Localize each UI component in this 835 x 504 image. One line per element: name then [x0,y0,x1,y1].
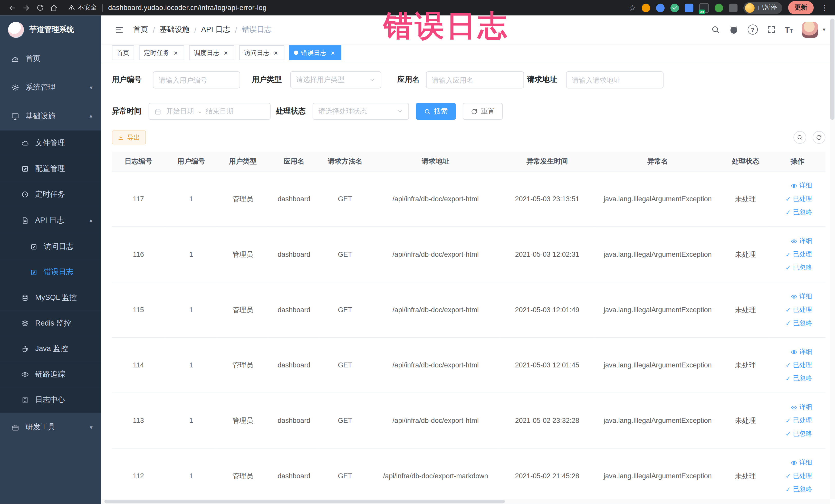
browser-menu-icon[interactable]: ⋮ [820,3,830,12]
sidebar-item-api-log[interactable]: API 日志 ▾ [0,207,101,234]
sidebar-item-config-manage[interactable]: 配置管理 [0,156,101,182]
tab-close-icon[interactable]: × [172,49,179,56]
user-id-input[interactable] [153,72,240,88]
sidebar-toggle-button[interactable] [115,25,124,34]
check-icon: ✓ [786,362,791,369]
sidebar-item-redis-monitor[interactable]: Redis 监控 [0,310,101,336]
search-button[interactable]: 搜索 [416,103,456,120]
toggle-search-button[interactable] [793,131,806,144]
exception-time-range-picker[interactable]: 开始日期 - 结束日期 [149,103,270,120]
browser-reload-icon[interactable] [33,1,47,15]
address-bar[interactable]: dashboard.yudao.iocoder.cn/infra/log/api… [108,4,266,12]
cell-user-type: 管理员 [217,227,268,282]
reset-button[interactable]: 重置 [463,103,503,120]
edit-icon [30,243,37,250]
browser-back-icon[interactable] [5,1,19,15]
app-logo[interactable]: 芋道管理系统 [0,15,101,44]
sidebar-item-scheduled-jobs[interactable]: 定时任务 [0,182,101,207]
sidebar-item-trace[interactable]: 链路追踪 [0,362,101,387]
cell-log-id: 117 [112,171,165,227]
tab-close-icon[interactable]: × [272,49,280,56]
detail-link[interactable]: 详细 [770,235,825,248]
github-icon[interactable] [729,25,738,34]
user-type-select[interactable]: 请选择用户类型 [290,72,382,88]
table-toolbar: 导出 [112,130,826,144]
sidebar-item-dev-tools[interactable]: 研发工具 ▾ [0,413,101,442]
detail-link[interactable]: 详细 [770,401,825,414]
extension-icon-3[interactable] [670,3,679,12]
site-security[interactable]: 不安全 [68,3,97,12]
mark-ignored-link[interactable]: ✓已忽略 [770,427,825,441]
user-avatar[interactable] [802,22,818,38]
avatar-caret-icon[interactable]: ▾ [823,27,825,33]
refresh-table-button[interactable] [813,131,826,144]
process-status-select[interactable]: 请选择处理状态 [313,103,409,120]
mark-ignored-link[interactable]: ✓已忽略 [770,316,825,330]
vertical-scrollbar[interactable] [830,15,835,499]
sidebar-item-file-manage[interactable]: 文件管理 [0,130,101,156]
sidebar-item-mysql-monitor[interactable]: MySQL 监控 [0,285,101,311]
user-id-label: 用户编号 [112,75,142,85]
breadcrumb-item-current: 错误日志 [242,25,271,34]
fullscreen-icon[interactable] [767,25,776,34]
tab-close-icon[interactable]: × [222,49,229,56]
help-icon[interactable]: ? [748,24,757,35]
breadcrumb-item[interactable]: 首页 [133,25,148,34]
breadcrumb-item[interactable]: 基础设施 [160,25,189,34]
sidebar-item-error-log[interactable]: 错误日志 [0,259,101,285]
sidebar-item-home[interactable]: 首页 [0,44,101,73]
tab-home[interactable]: 首页 [112,45,134,60]
detail-link[interactable]: 详细 [770,179,825,192]
search-icon[interactable] [711,25,720,34]
extension-icon-6[interactable] [715,3,723,12]
font-size-icon[interactable]: TT [785,25,793,34]
tab-error-log[interactable]: 错误日志 × [289,45,341,60]
sidebar-item-access-log[interactable]: 访问日志 [0,234,101,260]
app-frame: 芋道管理系统 首页 系统管理 ▾ 基础设施 ▾ 文件管理 [0,15,835,504]
breadcrumb-item[interactable]: API 日志 [201,25,230,34]
mark-processed-link[interactable]: ✓已处理 [770,414,825,427]
tab-scheduled-jobs[interactable]: 定时任务 × [139,45,184,60]
active-dot [294,51,298,55]
browser-toolbar: 不安全 dashboard.yudao.iocoder.cn/infra/log… [0,0,835,15]
scrollbar-thumb[interactable] [104,500,505,503]
mark-ignored-link[interactable]: ✓已忽略 [770,372,825,385]
scrollbar-thumb[interactable] [830,19,834,120]
extension-icon-5[interactable]: on [699,3,709,12]
extension-icon-2[interactable] [656,3,665,12]
tab-access-log[interactable]: 访问日志 × [239,45,284,60]
cell-user-id: 1 [165,393,217,448]
sidebar-item-log-center[interactable]: 日志中心 [0,387,101,413]
mark-ignored-link[interactable]: ✓已忽略 [770,261,825,275]
request-url-input[interactable] [566,72,664,88]
sidebar-item-label: Redis 监控 [35,319,71,328]
horizontal-scrollbar[interactable] [101,499,830,504]
extension-icon-4[interactable] [685,3,693,12]
export-button[interactable]: 导出 [112,130,146,144]
app-name-input[interactable] [426,72,524,88]
detail-link[interactable]: 详细 [770,290,825,303]
bookmark-star-icon[interactable]: ☆ [629,3,636,12]
mark-processed-link[interactable]: ✓已处理 [770,358,825,372]
mark-processed-link[interactable]: ✓已处理 [770,469,825,483]
mark-processed-link[interactable]: ✓已处理 [770,303,825,316]
mark-ignored-link[interactable]: ✓已忽略 [770,483,825,496]
mark-processed-link[interactable]: ✓已处理 [770,192,825,206]
browser-home-icon[interactable] [47,1,61,15]
sidebar-item-infra[interactable]: 基础设施 ▾ [0,102,101,130]
mark-processed-link[interactable]: ✓已处理 [770,248,825,261]
browser-update-button[interactable]: 更新 [788,1,814,14]
sidebar-item-java-monitor[interactable]: Java 监控 [0,336,101,362]
extension-icon-1[interactable] [642,3,650,12]
tab-close-icon[interactable]: × [329,49,337,56]
profile-paused-chip[interactable]: 已暂停 [744,2,782,14]
browser-forward-icon[interactable] [19,1,33,15]
mark-ignored-link[interactable]: ✓已忽略 [770,206,825,219]
chevron-down-icon [397,108,403,115]
extensions-puzzle-icon[interactable] [729,3,737,12]
detail-link[interactable]: 详细 [770,456,825,469]
detail-link[interactable]: 详细 [770,345,825,358]
sidebar-item-system[interactable]: 系统管理 ▾ [0,73,101,102]
sidebar-item-label: 定时任务 [35,190,65,199]
tab-dispatch-log[interactable]: 调度日志 × [189,45,234,60]
